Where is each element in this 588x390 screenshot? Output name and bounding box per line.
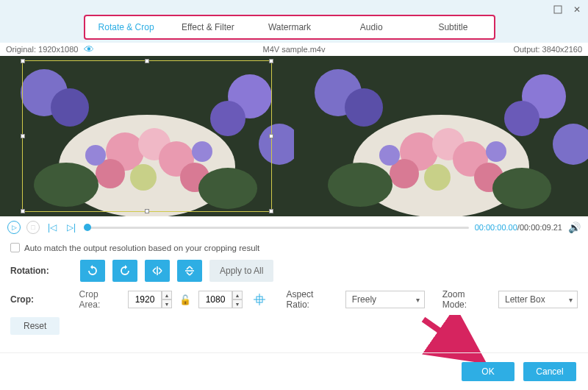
tab-watermark[interactable]: Watermark bbox=[248, 22, 330, 32]
crop-area-label: Crop Area: bbox=[79, 289, 121, 310]
flip-vertical-button[interactable] bbox=[177, 260, 202, 282]
subheader: Original: 1920x1080 👁 M4V sample.m4v Out… bbox=[0, 43, 588, 56]
crop-width-input[interactable]: ▲▼ bbox=[128, 291, 172, 308]
seek-handle[interactable] bbox=[84, 224, 91, 231]
original-resolution-label: Original: 1920x1080 bbox=[6, 45, 78, 54]
tab-rotate-crop[interactable]: Rotate & Crop bbox=[85, 22, 167, 32]
crop-handle[interactable] bbox=[269, 209, 273, 213]
auto-match-label: Auto match the output resolution based o… bbox=[24, 244, 259, 252]
crop-width-field[interactable] bbox=[128, 291, 162, 308]
stepper-down-icon[interactable]: ▼ bbox=[162, 299, 172, 308]
crop-handle[interactable] bbox=[21, 59, 25, 63]
rotation-label: Rotation: bbox=[10, 266, 73, 276]
flip-horizontal-button[interactable] bbox=[145, 260, 170, 282]
stepper-up-icon[interactable]: ▲ bbox=[162, 291, 172, 299]
titlebar: ✕ Rotate & Crop Effect & Filter Watermar… bbox=[0, 0, 588, 43]
time-display: 00:00:00.00/00:00:09.21 bbox=[475, 223, 562, 232]
crop-handle[interactable] bbox=[145, 209, 149, 213]
stepper-up-icon[interactable]: ▲ bbox=[232, 291, 243, 299]
svg-point-29 bbox=[424, 164, 451, 191]
options-panel: Auto match the output resolution based o… bbox=[0, 238, 588, 335]
rotate-left-button[interactable] bbox=[80, 260, 105, 282]
seek-bar[interactable] bbox=[84, 227, 469, 229]
tab-effect-filter[interactable]: Effect & Filter bbox=[167, 22, 248, 32]
footer-buttons: OK Cancel bbox=[462, 362, 576, 381]
crop-handle[interactable] bbox=[269, 134, 273, 138]
crop-handle[interactable] bbox=[145, 59, 149, 63]
center-crop-icon[interactable] bbox=[250, 290, 269, 309]
stepper-down-icon[interactable]: ▼ bbox=[232, 299, 243, 308]
flower-image-right bbox=[294, 56, 588, 216]
crop-height-input[interactable]: ▲▼ bbox=[198, 291, 243, 308]
minimize-button[interactable] bbox=[553, 4, 563, 15]
zoom-mode-select[interactable]: Letter Box bbox=[498, 291, 578, 308]
zoom-mode-label: Zoom Mode: bbox=[442, 289, 491, 310]
original-preview[interactable] bbox=[0, 56, 294, 216]
crop-label: Crop: bbox=[10, 294, 72, 305]
auto-match-checkbox[interactable] bbox=[10, 243, 20, 252]
svg-rect-0 bbox=[554, 6, 562, 13]
tab-audio[interactable]: Audio bbox=[331, 22, 412, 32]
close-button[interactable]: ✕ bbox=[572, 4, 582, 15]
output-resolution-label: Output: 3840x2160 bbox=[513, 45, 582, 54]
volume-icon[interactable]: 🔊 bbox=[568, 221, 581, 233]
crop-handle[interactable] bbox=[269, 59, 273, 63]
current-time: 00:00:00.00 bbox=[475, 223, 517, 232]
aspect-ratio-label: Aspect Ratio: bbox=[287, 289, 338, 310]
crop-height-field[interactable] bbox=[198, 291, 232, 308]
crop-handle[interactable] bbox=[21, 209, 25, 213]
tab-subtitle[interactable]: Subtitle bbox=[412, 22, 494, 32]
apply-to-all-button[interactable]: Apply to All bbox=[209, 260, 273, 282]
crop-box[interactable] bbox=[22, 60, 272, 212]
rotate-right-button[interactable] bbox=[112, 260, 137, 282]
playback-controls: ▷ □ |◁ ▷| 00:00:00.00/00:00:09.21 🔊 bbox=[0, 216, 588, 238]
crop-handle[interactable] bbox=[21, 134, 25, 138]
reset-button[interactable]: Reset bbox=[10, 317, 60, 335]
svg-point-34 bbox=[492, 168, 551, 209]
play-button[interactable]: ▷ bbox=[7, 221, 21, 234]
svg-point-31 bbox=[379, 145, 400, 166]
ok-button[interactable]: OK bbox=[462, 362, 514, 381]
stop-button[interactable]: □ bbox=[26, 221, 40, 234]
aspect-ratio-select[interactable]: Freely bbox=[345, 291, 425, 308]
cancel-button[interactable]: Cancel bbox=[523, 362, 576, 381]
preview-area bbox=[0, 56, 588, 216]
svg-point-33 bbox=[328, 163, 392, 207]
divider bbox=[0, 352, 588, 353]
output-preview bbox=[294, 56, 588, 216]
prev-frame-button[interactable]: |◁ bbox=[46, 221, 59, 234]
svg-point-32 bbox=[486, 141, 506, 162]
svg-point-22 bbox=[504, 101, 539, 136]
next-frame-button[interactable]: ▷| bbox=[65, 221, 78, 234]
eye-icon[interactable]: 👁 bbox=[84, 43, 94, 55]
filename-label: M4V sample.m4v bbox=[263, 45, 326, 54]
lock-aspect-icon[interactable]: 🔓 bbox=[179, 294, 191, 305]
total-time: 00:00:09.21 bbox=[520, 223, 562, 232]
editor-tabs-highlight: Rotate & Crop Effect & Filter Watermark … bbox=[84, 15, 495, 40]
svg-point-20 bbox=[345, 88, 383, 127]
